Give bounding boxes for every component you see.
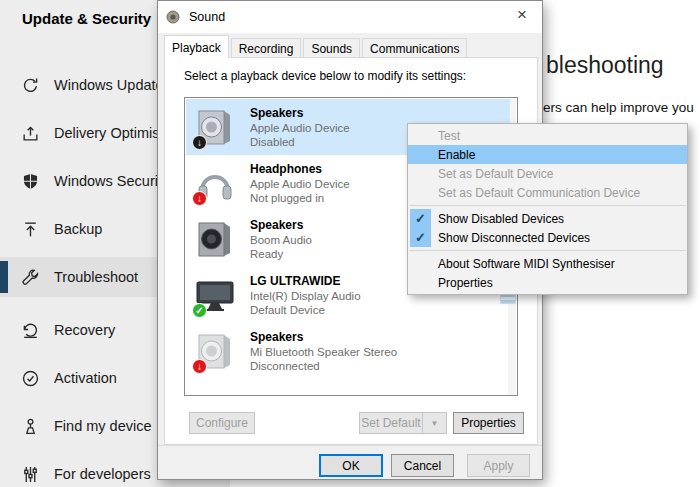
troubleshoot-heading-fragment: bleshooting [546,52,664,79]
device-description: Boom Audio [250,233,312,247]
menu-item-label: Test [438,129,460,143]
screen: Update & Security Windows Update Deliver… [0,0,700,487]
menu-item-label: Show Disconnected Devices [438,231,590,245]
menu-item-label: Set as Default Communication Device [438,186,640,200]
set-default-label: Set Default [360,416,422,430]
sliders-icon [20,464,40,484]
menu-item-label: Enable [438,148,475,162]
device-status: Default Device [250,303,361,317]
headphones-icon: ↓ [194,162,236,204]
tabstrip: Playback Recording Sounds Communications [164,35,469,58]
sidebar-item-label: Troubleshoot [54,269,138,285]
device-status: Ready [250,247,312,261]
monitor-icon: ✓ [194,274,236,316]
menu-separator [409,250,686,251]
checkmark-icon: ✓ [410,228,431,247]
cancel-button[interactable]: Cancel [391,454,454,477]
recovery-icon [20,320,40,340]
speaker-dark-icon [194,218,236,260]
delivery-icon [20,123,40,143]
footer-divider [158,445,542,446]
menu-item-enable[interactable]: Enable [408,145,687,164]
menu-item-show-disconnected-devices[interactable]: ✓ Show Disconnected Devices [408,228,687,247]
check-circle-icon [20,368,40,388]
sidebar-item-label: Windows Update [54,77,164,93]
locator-icon [20,416,40,436]
ok-button[interactable]: OK [319,454,383,477]
menu-item-label: Show Disabled Devices [438,212,564,226]
menu-item-label: Properties [438,276,493,290]
menu-item-label: About Software MIDI Synthesiser [438,257,615,271]
device-name: LG ULTRAWIDE [250,274,361,289]
device-status: Disconnected [250,359,397,373]
down-arrow-black-icon: ↓ [192,135,207,150]
dialog-title: Sound [189,10,225,24]
menu-item-about-software-midi-synthesiser[interactable]: About Software MIDI Synthesiser [408,254,687,273]
sidebar-item-label: For developers [54,466,151,482]
context-menu: Test Enable Set as Default Device Set as… [407,123,688,295]
device-status: Disabled [250,135,350,149]
sidebar-item-label: Recovery [54,322,115,338]
speaker-gray-icon: ↓ [194,330,236,372]
device-description: Mi Bluetooth Speaker Stereo [250,345,397,359]
menu-item-properties[interactable]: Properties [408,273,687,292]
down-arrow-red-icon: ↓ [192,191,207,206]
dialog-titlebar[interactable]: Sound × [158,1,542,33]
check-green-icon: ✓ [192,303,207,318]
page-title: Update & Security [22,10,151,27]
backup-arrow-icon [20,219,40,239]
instruction-label: Select a playback device below to modify… [184,69,466,83]
menu-item-label: Set as Default Device [438,167,553,181]
tab-sounds[interactable]: Sounds [303,38,360,58]
set-default-button[interactable]: Set Default ▼ [359,412,447,434]
device-description: Apple Audio Device [250,177,350,191]
device-description: Apple Audio Device [250,121,350,135]
wrench-icon [20,267,40,287]
sidebar-item-label: Windows Security [54,173,169,189]
menu-item-set-default-device[interactable]: Set as Default Device [408,164,687,183]
chevron-down-icon[interactable]: ▼ [422,413,446,433]
close-icon[interactable]: × [508,3,536,27]
speaker-small-icon [166,10,181,25]
apply-button[interactable]: Apply [467,454,530,477]
speaker-icon: ↓ [194,106,236,148]
menu-item-test[interactable]: Test [408,126,687,145]
refresh-icon [20,75,40,95]
configure-button[interactable]: Configure [189,412,255,434]
tab-playback[interactable]: Playback [164,35,229,58]
down-arrow-red-icon: ↓ [192,359,207,374]
sidebar-item-label: Activation [54,370,117,386]
tab-recording[interactable]: Recording [231,38,302,58]
device-row-speakers-mi-bluetooth[interactable]: ↓ Speakers Mi Bluetooth Speaker Stereo D… [186,323,510,379]
device-name: Speakers [250,330,397,345]
tab-communications[interactable]: Communications [362,38,467,58]
content-text-fragment: ers can help improve you [543,100,694,115]
device-name: Speakers [250,106,350,121]
properties-button[interactable]: Properties [453,412,524,434]
device-status: Not plugged in [250,191,350,205]
sidebar-item-label: Find my device [54,418,152,434]
menu-item-show-disabled-devices[interactable]: ✓ Show Disabled Devices [408,209,687,228]
menu-item-set-default-communication-device[interactable]: Set as Default Communication Device [408,183,687,202]
shield-icon [20,171,40,191]
sidebar-item-label: Backup [54,221,102,237]
device-name: Speakers [250,218,312,233]
menu-separator [409,205,686,206]
checkmark-icon: ✓ [410,209,431,228]
device-description: Intel(R) Display Audio [250,289,361,303]
device-name: Headphones [250,162,350,177]
